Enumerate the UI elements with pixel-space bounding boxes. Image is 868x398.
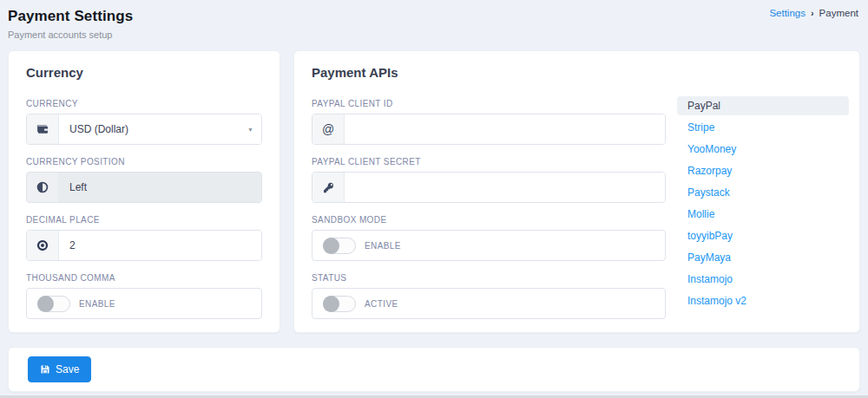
payment-method-item[interactable]: toyyibPay: [677, 226, 849, 245]
thousand-comma-label: Thousand comma: [26, 273, 262, 283]
save-icon: [40, 364, 50, 375]
payment-method-item[interactable]: PayMaya: [677, 248, 849, 267]
payment-apis-form: Payment APIs Paypal client id @ Paypal c…: [312, 65, 666, 331]
content-row: Currency Currency USD (Dollar) ▼ Currenc…: [0, 50, 868, 333]
sandbox-mode-toggle-box: Enable: [312, 230, 666, 261]
payment-method-item[interactable]: Paystack: [677, 183, 849, 202]
breadcrumb: Settings › Payment: [769, 8, 858, 18]
chevron-down-icon: ▼: [247, 127, 253, 133]
paypal-client-id-label: Paypal client id: [312, 99, 666, 108]
page-header: Payment Settings Payment accounts setup …: [0, 0, 868, 40]
chevron-right-icon: ›: [811, 9, 814, 18]
payment-method-item[interactable]: Stripe: [677, 118, 849, 137]
currency-position-input: Left: [26, 172, 262, 203]
status-toggle-label: Active: [365, 299, 398, 309]
decimal-place-field: Decimal place: [26, 215, 262, 261]
status-toggle-box: Active: [312, 288, 666, 319]
currency-card-title: Currency: [26, 65, 262, 80]
paypal-client-secret-group: [312, 172, 666, 203]
footer-bar: Save: [8, 347, 860, 392]
adjust-icon: [27, 173, 59, 202]
page-title: Payment Settings: [8, 8, 859, 25]
thousand-comma-toggle-box: Enable: [26, 288, 262, 319]
status-label: Status: [312, 273, 666, 283]
save-button[interactable]: Save: [28, 356, 91, 382]
at-icon: @: [312, 114, 345, 144]
wallet-icon: [27, 114, 59, 144]
payment-method-item[interactable]: Mollie: [677, 205, 849, 224]
payment-methods-list: PayPalStripeYooMoneyRazorpayPaystackMoll…: [677, 96, 849, 307]
paypal-client-secret-input[interactable]: [355, 173, 654, 202]
payment-apis-title: Payment APIs: [312, 65, 666, 80]
sandbox-mode-label: Sandbox mode: [312, 215, 666, 225]
thousand-comma-field: Thousand comma Enable: [26, 273, 262, 319]
payment-method-item[interactable]: YooMoney: [677, 140, 849, 159]
sandbox-mode-field: Sandbox mode Enable: [312, 215, 666, 261]
payment-method-item[interactable]: PayPal: [677, 96, 849, 115]
payment-method-item[interactable]: Instamojo v2: [677, 291, 849, 307]
save-button-label: Save: [56, 363, 79, 375]
thousand-comma-toggle[interactable]: [37, 296, 70, 312]
paypal-client-id-group: @: [312, 114, 666, 145]
payment-apis-card: Payment APIs Paypal client id @ Paypal c…: [293, 50, 860, 333]
sandbox-mode-toggle[interactable]: [323, 238, 356, 254]
paypal-client-secret-label: Paypal client secret: [312, 157, 666, 166]
decimal-place-input[interactable]: [69, 231, 251, 260]
dot-circle-icon: [27, 231, 59, 260]
currency-position-field: Currency position Left: [26, 157, 262, 203]
currency-select[interactable]: USD (Dollar) ▼: [26, 114, 262, 145]
thousand-comma-toggle-label: Enable: [79, 299, 115, 309]
status-field: Status Active: [312, 273, 666, 319]
sandbox-mode-toggle-label: Enable: [365, 241, 401, 251]
status-toggle[interactable]: [323, 296, 356, 312]
currency-card: Currency Currency USD (Dollar) ▼ Currenc…: [8, 50, 280, 333]
currency-position-label: Currency position: [26, 157, 262, 166]
paypal-client-id-field: Paypal client id @: [312, 99, 666, 145]
currency-field: Currency USD (Dollar) ▼: [26, 99, 262, 145]
payment-method-item[interactable]: Razorpay: [677, 161, 849, 180]
breadcrumb-settings-link[interactable]: Settings: [769, 8, 806, 18]
currency-select-value: USD (Dollar): [69, 123, 128, 135]
paypal-client-id-input[interactable]: [355, 114, 654, 144]
currency-position-value: Left: [59, 173, 261, 202]
decimal-place-label: Decimal place: [26, 215, 262, 225]
currency-label: Currency: [26, 99, 262, 108]
payment-method-item[interactable]: Instamojo: [677, 270, 849, 289]
paypal-client-secret-field: Paypal client secret: [312, 157, 666, 203]
key-icon: [312, 173, 345, 202]
decimal-place-input-group: [26, 230, 262, 261]
page-subtitle: Payment accounts setup: [8, 29, 859, 40]
breadcrumb-current: Payment: [819, 8, 858, 18]
